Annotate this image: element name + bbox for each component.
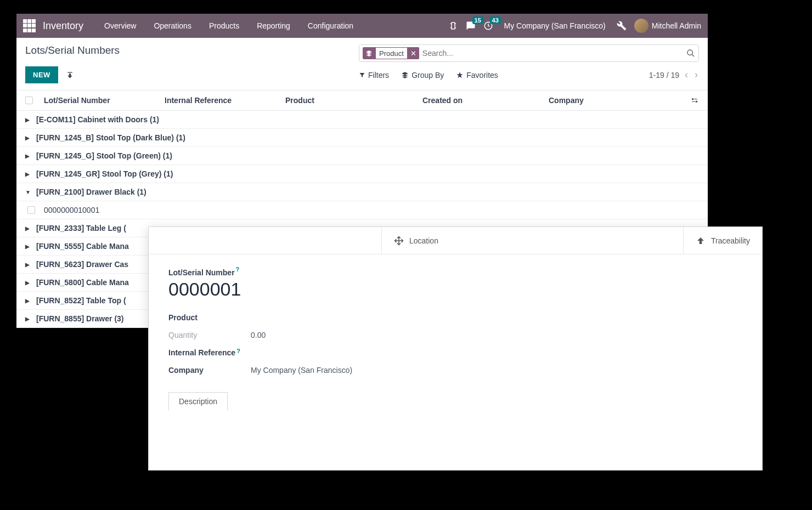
- svg-point-2: [692, 99, 693, 100]
- group-row[interactable]: ▼[FURN_2100] Drawer Black (1): [16, 183, 708, 201]
- facet-label: Product: [376, 48, 407, 59]
- nav-operations[interactable]: Operations: [145, 16, 200, 36]
- caret-right-icon: ▶: [25, 280, 36, 286]
- layers-icon: [401, 71, 409, 79]
- caret-down-icon: ▼: [25, 189, 36, 195]
- star-icon: [456, 71, 464, 79]
- group-row[interactable]: ▶[FURN_1245_B] Stool Top (Dark Blue) (1): [16, 129, 708, 147]
- caret-right-icon: ▶: [25, 171, 36, 177]
- product-label: Product: [168, 313, 251, 322]
- record-form-panel: Location Traceability Lot/Serial Number?…: [148, 226, 763, 471]
- location-button[interactable]: Location: [381, 227, 450, 254]
- lot-number-label: Lot/Serial Number?: [168, 268, 239, 277]
- group-label: [E-COM11] Cabinet with Doors (1): [36, 115, 159, 124]
- group-row[interactable]: ▶[FURN_1245_GR] Stool Top (Grey) (1): [16, 165, 708, 183]
- svg-point-3: [696, 101, 697, 102]
- nav-products[interactable]: Products: [200, 16, 248, 36]
- caret-right-icon: ▶: [25, 243, 36, 250]
- group-label: [FURN_5623] Drawer Cas: [36, 260, 128, 269]
- debug-icon[interactable]: [617, 21, 627, 31]
- search-icon[interactable]: [686, 49, 695, 58]
- group-label: [FURN_2333] Table Leg (: [36, 224, 126, 233]
- actions-row: NEW Filters Group By Favorites 1-19 / 19…: [16, 62, 708, 90]
- caret-right-icon: ▶: [25, 316, 36, 322]
- svg-point-1: [687, 50, 692, 55]
- help-icon[interactable]: ?: [236, 266, 240, 273]
- caret-right-icon: ▶: [25, 262, 36, 268]
- col-ref[interactable]: Internal Reference: [165, 96, 285, 105]
- layers-icon: [363, 50, 375, 57]
- nav-reporting[interactable]: Reporting: [248, 16, 299, 36]
- group-row[interactable]: ▶[E-COM11] Cabinet with Doors (1): [16, 111, 708, 129]
- lot-cell: 0000000010001: [44, 206, 99, 214]
- pager-next[interactable]: ›: [693, 69, 699, 81]
- table-header: Lot/Serial Number Internal Reference Pro…: [16, 90, 708, 111]
- phone-icon[interactable]: [448, 21, 458, 31]
- nav-overview[interactable]: Overview: [95, 16, 145, 36]
- module-title[interactable]: Inventory: [43, 20, 83, 32]
- avatar: [634, 19, 649, 33]
- nav-configuration[interactable]: Configuration: [299, 16, 362, 36]
- col-company[interactable]: Company: [549, 96, 690, 105]
- pager: 1-19 / 19 ‹ ›: [649, 69, 699, 81]
- group-label: [FURN_8522] Table Top (: [36, 296, 126, 305]
- group-label: [FURN_8855] Drawer (3): [36, 314, 124, 323]
- pager-prev[interactable]: ‹: [684, 69, 689, 81]
- group-row[interactable]: ▶[FURN_1245_G] Stool Top (Green) (1): [16, 147, 708, 165]
- search-box[interactable]: Product ✕: [359, 44, 699, 62]
- messages-icon[interactable]: 15: [466, 21, 476, 31]
- caret-right-icon: ▶: [25, 117, 36, 123]
- facet-remove[interactable]: ✕: [408, 49, 419, 58]
- caret-right-icon: ▶: [25, 298, 36, 304]
- caret-right-icon: ▶: [25, 225, 36, 231]
- group-label: [FURN_1245_G] Stool Top (Green) (1): [36, 151, 172, 160]
- group-label: [FURN_1245_GR] Stool Top (Grey) (1): [36, 169, 173, 178]
- move-icon: [394, 236, 404, 246]
- col-product[interactable]: Product: [285, 96, 422, 105]
- activities-icon[interactable]: 43: [483, 21, 493, 31]
- messages-badge: 15: [472, 16, 483, 24]
- activities-badge: 43: [490, 16, 501, 24]
- caret-right-icon: ▶: [25, 135, 36, 141]
- group-label: [FURN_2100] Drawer Black (1): [36, 188, 146, 196]
- user-name: Mitchell Admin: [652, 21, 701, 30]
- select-all-checkbox[interactable]: [25, 97, 33, 104]
- optional-columns-icon[interactable]: [690, 97, 699, 104]
- group-label: [FURN_5800] Cable Mana: [36, 278, 129, 287]
- group-by-button[interactable]: Group By: [401, 71, 444, 80]
- traceability-button[interactable]: Traceability: [683, 227, 762, 254]
- help-icon[interactable]: ?: [236, 348, 240, 354]
- quantity-value: 0.00: [251, 331, 266, 339]
- filters-button[interactable]: Filters: [359, 71, 389, 80]
- new-button[interactable]: NEW: [25, 66, 58, 83]
- group-label: [FURN_1245_B] Stool Top (Dark Blue) (1): [36, 133, 185, 142]
- caret-right-icon: ▶: [25, 153, 36, 159]
- company-label: Company: [168, 366, 251, 375]
- col-lot[interactable]: Lot/Serial Number: [44, 96, 165, 105]
- apps-icon[interactable]: [23, 19, 36, 32]
- company-switcher[interactable]: My Company (San Francisco): [501, 21, 609, 30]
- search-input[interactable]: [422, 49, 686, 58]
- table-row[interactable]: 0000000010001: [16, 201, 708, 219]
- company-value[interactable]: My Company (San Francisco): [251, 366, 352, 375]
- favorites-button[interactable]: Favorites: [456, 71, 498, 80]
- quantity-label: Quantity: [168, 331, 251, 339]
- pager-text: 1-19 / 19: [649, 71, 679, 80]
- status-bar: Location Traceability: [149, 227, 762, 254]
- arrow-up-icon: [696, 236, 706, 246]
- filter-icon: [359, 72, 365, 78]
- tab-description[interactable]: Description: [168, 392, 228, 410]
- download-icon[interactable]: [66, 71, 74, 79]
- row-checkbox[interactable]: [27, 206, 35, 214]
- page-title: Lots/Serial Numbers: [25, 44, 120, 56]
- search-facet-product: Product ✕: [363, 47, 419, 59]
- col-created[interactable]: Created on: [422, 96, 549, 105]
- control-bar: Lots/Serial Numbers Product ✕: [16, 38, 708, 62]
- internal-ref-label: Internal Reference?: [168, 348, 251, 357]
- group-label: [FURN_5555] Cable Mana: [36, 242, 129, 251]
- lot-number-value[interactable]: 0000001: [168, 279, 742, 300]
- top-navbar: Inventory Overview Operations Products R…: [16, 14, 708, 38]
- user-menu[interactable]: Mitchell Admin: [634, 19, 701, 33]
